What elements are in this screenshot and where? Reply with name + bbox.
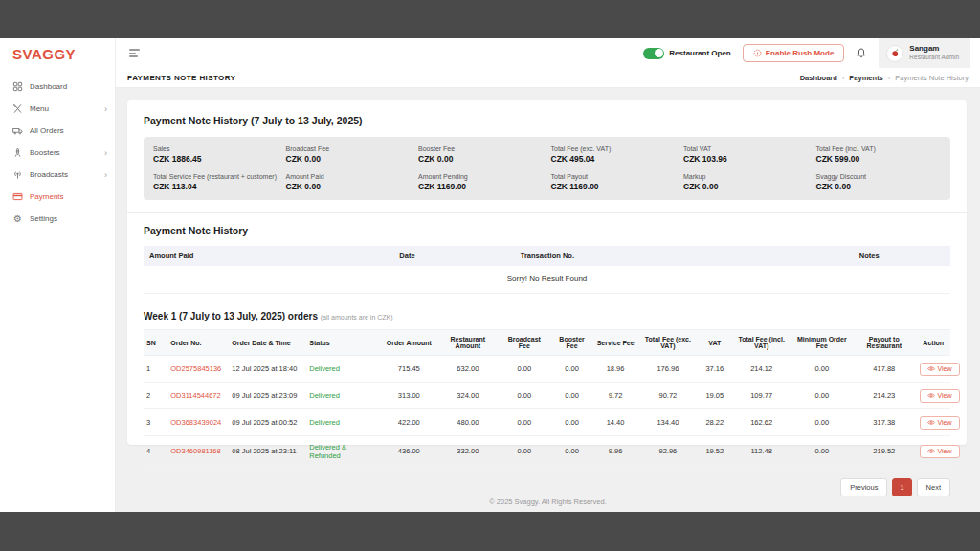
stat-total-fee-incl-vat: Total Fee (incl. VAT)CZK 599.00 bbox=[816, 145, 942, 164]
card-title: Payment Note History (7 July to 13 July,… bbox=[144, 115, 950, 126]
view-button[interactable]: View bbox=[920, 445, 960, 458]
cell-min-order-fee: 0.00 bbox=[792, 409, 852, 436]
col-transaction-no: Transaction No. bbox=[515, 246, 854, 266]
rush-button-label: Enable Rush Mode bbox=[766, 49, 835, 57]
breadcrumb-current: Payments Note History bbox=[895, 74, 969, 82]
sidebar-item-boosters[interactable]: Boosters › bbox=[0, 142, 115, 164]
cell-restaurant-amount: 480.00 bbox=[437, 409, 499, 436]
history-empty-row: Sorry! No Result Found bbox=[144, 266, 950, 294]
sidebar-item-label: Payments bbox=[30, 192, 64, 201]
stat-broadcast-fee: Broadcast FeeCZK 0.00 bbox=[286, 145, 412, 164]
eye-icon bbox=[927, 419, 935, 426]
sidebar-item-dashboard[interactable]: Dashboard bbox=[0, 76, 115, 98]
sidebar-item-payments[interactable]: Payments bbox=[0, 186, 115, 208]
view-button[interactable]: View bbox=[920, 389, 960, 403]
week-orders-title-text: Week 1 (7 July to 13 July, 2025) orders bbox=[144, 311, 318, 321]
view-button-label: View bbox=[938, 448, 952, 454]
col-notes: Notes bbox=[854, 246, 950, 266]
order-number-link[interactable]: OD3683439024 bbox=[170, 418, 221, 427]
cell-booster-fee: 0.00 bbox=[550, 383, 594, 409]
settings-icon: ⚙ bbox=[12, 213, 23, 224]
cell-broadcast-fee: 0.00 bbox=[499, 356, 550, 383]
cell-min-order-fee: 0.00 bbox=[792, 436, 852, 467]
user-name: Sangam bbox=[909, 44, 959, 54]
stat-total-payout: Total PayoutCZK 1169.00 bbox=[551, 173, 677, 191]
broadcasts-icon bbox=[12, 169, 23, 180]
col-status: Status bbox=[306, 330, 381, 356]
pagination-previous-button[interactable]: Previous bbox=[840, 478, 887, 496]
cell-order-amount: 436.00 bbox=[381, 436, 437, 467]
stat-svaggy-discount: Svaggy DiscountCZK 0.00 bbox=[816, 173, 942, 191]
all-orders-icon bbox=[12, 125, 23, 136]
stat-amount-pending: Amount PendingCZK 1169.00 bbox=[418, 173, 544, 191]
menu-icon bbox=[12, 103, 23, 114]
cell-total-fee-exc: 90.72 bbox=[637, 383, 699, 409]
cell-order-amount: 422.00 bbox=[381, 409, 437, 436]
col-booster-fee: Booster Fee bbox=[550, 330, 594, 356]
payments-icon bbox=[12, 191, 23, 202]
cell-service-fee: 9.96 bbox=[593, 436, 637, 467]
sidebar-item-label: Boosters bbox=[30, 148, 60, 157]
status-badge: Delivered bbox=[309, 364, 340, 373]
stat-amount-paid: Amount PaidCZK 0.00 bbox=[286, 173, 412, 191]
col-payout: Payout to Restaurant bbox=[852, 330, 916, 356]
cell-payout: 214.23 bbox=[852, 383, 916, 409]
cell-booster-fee: 0.00 bbox=[550, 356, 594, 383]
table-row: 2 OD3114544672 09 Jul 2025 at 23:09 Deli… bbox=[144, 383, 950, 409]
chevron-right-icon: › bbox=[104, 104, 107, 114]
restaurant-open-toggle[interactable] bbox=[643, 48, 664, 59]
breadcrumb-payments[interactable]: Payments bbox=[849, 74, 882, 82]
sidebar-nav: Dashboard Menu › All Orders Boosters › B… bbox=[0, 76, 115, 230]
app-logo: SVAGGY bbox=[0, 38, 115, 68]
cell-vat: 37.16 bbox=[699, 356, 731, 383]
page-title: PAYMENTS NOTE HISTORY bbox=[127, 74, 235, 82]
cell-total-fee-incl: 214.12 bbox=[731, 356, 792, 383]
hamburger-menu-icon[interactable] bbox=[125, 45, 144, 61]
cell-date: 12 Jul 2025 at 18:40 bbox=[229, 356, 306, 383]
view-button[interactable]: View bbox=[920, 363, 960, 376]
table-row: 1 OD2575845136 12 Jul 2025 at 18:40 Deli… bbox=[144, 356, 950, 383]
cell-booster-fee: 0.00 bbox=[550, 436, 594, 467]
user-menu[interactable]: Sangam Restaurant Admin bbox=[879, 38, 970, 68]
view-button[interactable]: View bbox=[920, 416, 960, 430]
sidebar-item-broadcasts[interactable]: Broadcasts › bbox=[0, 164, 115, 186]
sidebar-item-settings[interactable]: ⚙ Settings bbox=[0, 208, 115, 230]
eye-icon bbox=[927, 448, 935, 454]
col-total-fee-incl: Total Fee (incl. VAT) bbox=[731, 330, 792, 356]
cell-broadcast-fee: 0.00 bbox=[499, 436, 550, 467]
week-orders-title: Week 1 (7 July to 13 July, 2025) orders … bbox=[144, 311, 950, 321]
col-broadcast-fee: Broadcast Fee bbox=[499, 330, 550, 356]
cell-date: 09 Jul 2025 at 23:09 bbox=[229, 383, 306, 409]
history-header-row: Amount Paid Date Transaction No. Notes bbox=[144, 246, 950, 266]
pagination-next-button[interactable]: Next bbox=[917, 478, 950, 496]
stat-total-service-fee: Total Service Fee (restaurant + customer… bbox=[153, 173, 278, 191]
table-row: 3 OD3683439024 09 Jul 2025 at 00:52 Deli… bbox=[144, 409, 950, 436]
eye-icon bbox=[927, 365, 935, 372]
footer-copyright: © 2025 Svaggy. All Rights Reserved. bbox=[116, 497, 980, 506]
order-number-link[interactable]: OD3460981168 bbox=[170, 447, 220, 455]
notification-bell-icon[interactable] bbox=[856, 47, 867, 59]
col-action: Action bbox=[917, 330, 951, 356]
cell-total-fee-incl: 109.77 bbox=[731, 383, 792, 409]
rush-icon bbox=[753, 49, 762, 57]
cell-restaurant-amount: 332.00 bbox=[437, 436, 499, 467]
enable-rush-mode-button[interactable]: Enable Rush Mode bbox=[743, 44, 845, 62]
status-badge: Delivered bbox=[309, 391, 340, 400]
topbar: Restaurant Open Enable Rush Mode Sangam … bbox=[116, 38, 980, 68]
avatar bbox=[886, 45, 903, 62]
sidebar-item-all-orders[interactable]: All Orders bbox=[0, 120, 115, 142]
order-number-link[interactable]: OD3114544672 bbox=[170, 391, 220, 400]
eye-icon bbox=[927, 392, 935, 399]
breadcrumb-dashboard[interactable]: Dashboard bbox=[800, 74, 837, 82]
stat-markup: MarkupCZK 0.00 bbox=[683, 173, 809, 191]
chevron-right-icon: › bbox=[104, 170, 107, 180]
view-button-label: View bbox=[938, 419, 952, 426]
sidebar-item-menu[interactable]: Menu › bbox=[0, 98, 115, 120]
order-number-link[interactable]: OD2575845136 bbox=[170, 364, 221, 373]
boosters-icon bbox=[12, 147, 23, 158]
col-amount-paid: Amount Paid bbox=[144, 246, 393, 266]
sidebar-item-label: Dashboard bbox=[30, 82, 67, 91]
view-button-label: View bbox=[938, 365, 952, 372]
payment-history-table: Amount Paid Date Transaction No. Notes S… bbox=[144, 246, 950, 294]
pagination-page-1-button[interactable]: 1 bbox=[892, 478, 911, 496]
